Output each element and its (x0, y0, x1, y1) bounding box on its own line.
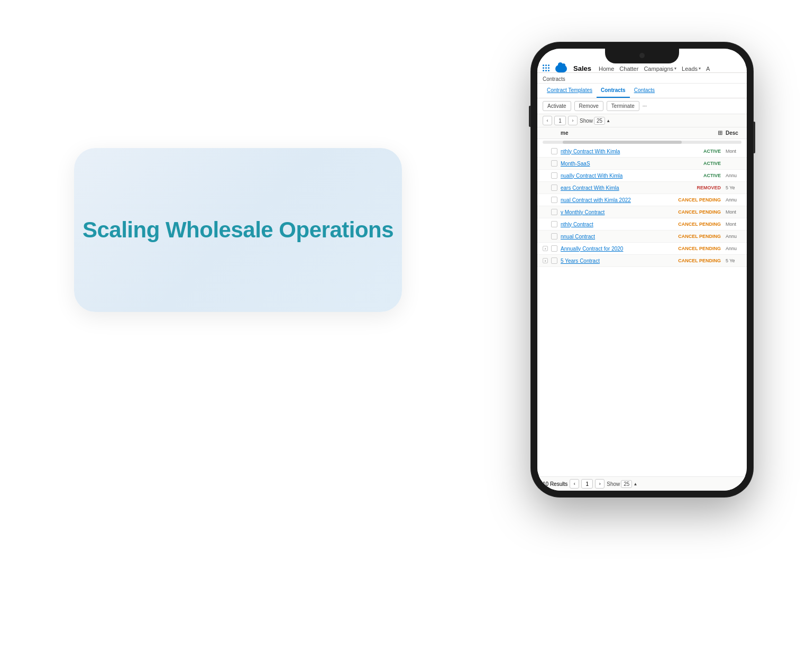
table-row: › 5 Years Contract CANCEL PENDING 5 Ye (537, 255, 747, 267)
table-row: nthly Contract CANCEL PENDING Mont (537, 218, 747, 231)
table-row: › Annually Contract for 2020 CANCEL PEND… (537, 243, 747, 255)
status-badge: CANCEL PENDING (676, 197, 722, 203)
table-row: v Monthly Contract CANCEL PENDING Mont (537, 206, 747, 218)
row-expand[interactable]: › (543, 258, 548, 263)
status-badge: CANCEL PENDING (676, 233, 722, 240)
app-name: Sales (573, 65, 591, 72)
tab-contracts[interactable]: Contracts (597, 84, 630, 98)
prev-page-button[interactable]: ‹ (543, 116, 552, 125)
next-page-btn-bottom[interactable]: › (595, 479, 604, 489)
phone-screen: Sales Home Chatter Campaigns ▾ Leads ▾ A (537, 49, 747, 491)
contract-name[interactable]: nual Contract with Kimla 2022 (561, 197, 673, 203)
desc-cell: Mont (726, 149, 741, 154)
nav-home[interactable]: Home (599, 66, 614, 72)
desc-cell: Annu (726, 197, 741, 202)
table-row: nnual Contract CANCEL PENDING Annu (537, 231, 747, 243)
desc-cell: 5 Ye (726, 258, 741, 263)
status-badge: CANCEL PENDING (676, 257, 722, 264)
table-row: nual Contract with Kimla 2022 CANCEL PEN… (537, 194, 747, 206)
remove-button[interactable]: Remove (574, 101, 603, 111)
page-content: Contracts Contract Templates Contracts C… (537, 73, 747, 491)
phone-notch (605, 49, 679, 63)
tab-contract-templates[interactable]: Contract Templates (543, 84, 597, 98)
current-page-bottom: 1 (581, 479, 593, 489)
salesforce-logo (555, 65, 567, 72)
subtabs-bar: Contract Templates Contracts Contacts (537, 84, 747, 98)
contract-name[interactable]: nthly Contract With Kimla (561, 149, 699, 154)
row-checkbox[interactable] (551, 245, 557, 252)
show-count[interactable]: Show 25 ▲ (580, 117, 610, 125)
leads-chevron: ▾ (699, 66, 701, 71)
show-value-bottom[interactable]: 25 (621, 480, 632, 488)
row-checkbox[interactable] (551, 160, 557, 167)
status-badge: ACTIVE (702, 160, 722, 167)
contract-name[interactable]: v Monthly Contract (561, 209, 673, 215)
nav-leads[interactable]: Leads ▾ (682, 66, 701, 72)
desc-cell: Mont (726, 222, 741, 227)
contract-name[interactable]: Annually Contract for 2020 (561, 246, 673, 252)
status-badge: CANCEL PENDING (676, 209, 722, 215)
results-count: 10 Results (543, 481, 567, 487)
background-card: Scaling Wholesale Operations (74, 148, 402, 312)
contracts-table: nthly Contract With Kimla ACTIVE Mont Mo… (537, 145, 747, 267)
row-checkbox[interactable] (551, 148, 557, 154)
desc-col-header: Desc (726, 130, 741, 136)
table-header: me ⊞ Desc (537, 127, 747, 139)
status-badge: CANCEL PENDING (676, 245, 722, 252)
terminate-button[interactable]: Terminate (607, 101, 639, 111)
status-badge: ACTIVE (702, 172, 722, 179)
show-count-bottom[interactable]: Show 25 ▲ (607, 480, 637, 488)
app-launcher-icon[interactable] (543, 65, 551, 73)
tab-contacts[interactable]: Contacts (630, 84, 659, 98)
pagination-top: ‹ 1 › Show 25 ▲ (537, 114, 747, 127)
phone-frame: Sales Home Chatter Campaigns ▾ Leads ▾ A (531, 42, 753, 497)
activate-button[interactable]: Activate (543, 101, 571, 111)
action-bar: Activate Remove Terminate ··· (537, 98, 747, 114)
contract-name[interactable]: nthly Contract (561, 222, 673, 227)
row-checkbox[interactable] (551, 221, 557, 227)
contract-name[interactable]: 5 Years Contract (561, 258, 673, 264)
status-badge: ACTIVE (702, 148, 722, 154)
desc-cell: 5 Ye (726, 185, 741, 190)
breadcrumb: Contracts (537, 73, 747, 84)
more-actions-button[interactable]: ··· (643, 103, 647, 109)
status-badge: CANCEL PENDING (676, 221, 722, 227)
contract-name[interactable]: nually Contract With Kimla (561, 173, 699, 179)
pagination-bottom: 10 Results ‹ 1 › Show 25 ▲ (537, 476, 747, 491)
scrollbar-thumb (563, 141, 682, 144)
nav-more[interactable]: A (706, 66, 710, 72)
row-checkbox[interactable] (551, 185, 557, 191)
nav-items: Home Chatter Campaigns ▾ Leads ▾ A (599, 66, 741, 72)
current-page: 1 (554, 116, 566, 125)
table-row: Month-SaaS ACTIVE (537, 158, 747, 170)
nav-chatter[interactable]: Chatter (619, 66, 638, 72)
contract-name[interactable]: nnual Contract (561, 234, 673, 240)
desc-cell: Annu (726, 234, 741, 239)
nav-campaigns[interactable]: Campaigns ▾ (644, 66, 676, 72)
filter-icon[interactable]: ⊞ (718, 130, 722, 136)
status-badge: REMOVED (695, 185, 722, 191)
contract-name[interactable]: ears Contract With Kimla (561, 185, 692, 191)
campaigns-chevron: ▾ (674, 66, 676, 71)
row-checkbox[interactable] (551, 257, 557, 264)
name-col-header: me (561, 130, 715, 136)
row-checkbox[interactable] (551, 233, 557, 240)
prev-page-btn-bottom[interactable]: ‹ (570, 479, 579, 489)
row-expand[interactable]: › (543, 246, 548, 251)
desc-cell: Mont (726, 209, 741, 215)
phone-mockup: Sales Home Chatter Campaigns ▾ Leads ▾ A (531, 42, 753, 497)
desc-cell: Annu (726, 173, 741, 178)
table-row: nually Contract With Kimla ACTIVE Annu (537, 170, 747, 182)
table-row: nthly Contract With Kimla ACTIVE Mont (537, 145, 747, 158)
horizontal-scrollbar[interactable] (543, 141, 741, 144)
background-card-text: Scaling Wholesale Operations (83, 217, 393, 243)
show-value[interactable]: 25 (594, 117, 605, 125)
row-checkbox[interactable] (551, 197, 557, 203)
desc-cell: Annu (726, 246, 741, 251)
row-checkbox[interactable] (551, 172, 557, 179)
table-row: ears Contract With Kimla REMOVED 5 Ye (537, 182, 747, 194)
next-page-button[interactable]: › (568, 116, 578, 125)
row-checkbox[interactable] (551, 209, 557, 215)
contract-name[interactable]: Month-SaaS (561, 161, 699, 167)
